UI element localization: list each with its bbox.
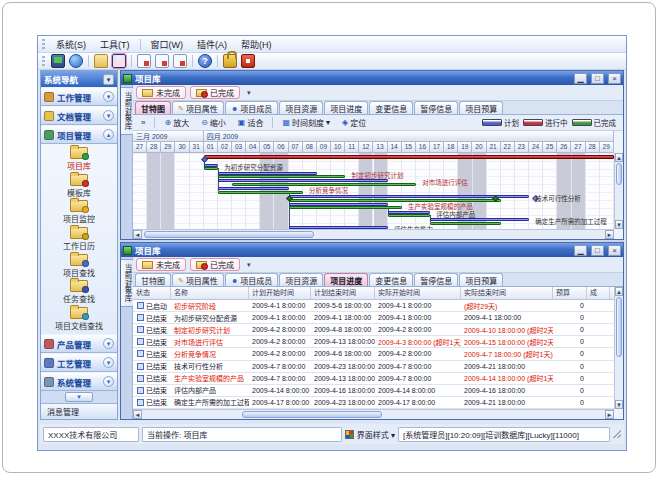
gantt-bar-actual[interactable] [218, 191, 303, 194]
day-header-cell[interactable]: 12 [359, 142, 373, 153]
gantt-bar-actual[interactable] [218, 175, 345, 178]
table-row[interactable]: 已启动初步研究阶段2009-4-1 8:00:002009-5-6 18:00:… [133, 300, 614, 312]
filter-complete[interactable]: 已完成 [190, 258, 240, 271]
table-horizontal-scrollbar[interactable]: ◄ ► [133, 409, 614, 419]
gantt-bar-plan[interactable] [218, 187, 289, 190]
chevron-down-icon[interactable]: ▾ [103, 338, 114, 349]
maximize-button[interactable]: □ [591, 245, 604, 256]
nav-process-management[interactable]: 工艺管理▾ [41, 353, 117, 372]
menu-system[interactable]: 系统(S) [49, 37, 93, 52]
chevron-down-icon[interactable]: ▾ [103, 91, 114, 102]
report-view-icon[interactable] [155, 54, 169, 68]
scroll-thumb[interactable] [144, 231, 314, 238]
tab-project-progress[interactable]: 项目进度 [324, 273, 368, 286]
day-header-cell[interactable]: 14 [388, 142, 402, 153]
tab-pause-info[interactable]: 暂停信息 [414, 101, 458, 114]
day-header-cell[interactable]: 28 [586, 142, 600, 153]
sidebar-collapse-button[interactable]: ▾ [103, 74, 114, 85]
day-header-cell[interactable]: 16 [416, 142, 430, 153]
scroll-thumb[interactable] [242, 411, 382, 418]
gantt-bar-plan[interactable] [218, 172, 317, 175]
sidebar-overflow-button[interactable]: ▾ [65, 392, 93, 402]
day-header-cell[interactable]: 02 [218, 142, 232, 153]
day-header-cell[interactable]: 20 [472, 142, 486, 153]
day-header-cell[interactable]: 24 [529, 142, 543, 153]
day-header-cell[interactable]: 27 [571, 142, 585, 153]
filter-complete[interactable]: 已完成 [190, 86, 240, 99]
tab-gantt-chart[interactable]: 甘特图 [135, 273, 171, 286]
close-button[interactable]: × [608, 245, 621, 256]
tab-project-properties[interactable]: ✎项目属性 [172, 273, 224, 286]
column-header-5[interactable]: 实际结束时间 [461, 287, 553, 299]
message-management-tab[interactable]: 消息管理 [41, 403, 117, 419]
gantt-bar-plan[interactable] [289, 203, 388, 206]
nav-project-search[interactable]: 项目查找 [41, 252, 117, 279]
nav-work-management[interactable]: 工作管理▾ [41, 87, 117, 106]
gantt-bar-actual[interactable] [430, 222, 501, 225]
minimize-button[interactable]: ▁ [574, 245, 587, 256]
scroll-up-arrow[interactable]: ▲ [615, 153, 623, 162]
toolbar-overflow-button[interactable]: » [136, 116, 150, 129]
table-vertical-scrollbar[interactable]: ▲ ▼ [614, 287, 623, 409]
toolbar-grip[interactable] [42, 56, 45, 67]
day-header-cell[interactable]: 19 [458, 142, 472, 153]
gantt-bar-actual[interactable] [289, 206, 402, 209]
close-button[interactable]: × [608, 73, 621, 84]
scroll-left-arrow[interactable]: ◄ [133, 230, 142, 239]
open-folder-icon[interactable] [94, 54, 108, 68]
table-row[interactable]: 已结束评估内部产品2009-4-14 8:00:002009-4-16 18:0… [133, 385, 614, 397]
chevron-up-icon[interactable]: ▴ [103, 129, 114, 140]
table-row[interactable]: 已结束为初步研究分配资源2009-4-1 8:00:002009-4-1 18:… [133, 312, 614, 324]
day-header-cell[interactable]: 10 [331, 142, 345, 153]
nav-system-management[interactable]: 系统管理▾ [41, 372, 117, 391]
zoom-out-button[interactable]: ⊖缩小 [196, 116, 231, 129]
day-header-cell[interactable]: 27 [133, 142, 147, 153]
day-header-cell[interactable]: 04 [246, 142, 260, 153]
exit-icon[interactable] [241, 54, 255, 68]
filter-incomplete[interactable]: 未完成 [136, 258, 186, 271]
tab-project-members[interactable]: ☻项目成员 [225, 273, 278, 286]
scroll-right-arrow[interactable]: ► [605, 410, 614, 419]
nav-task-search[interactable]: 任务查找 [41, 279, 117, 306]
day-header-cell[interactable]: 22 [501, 142, 515, 153]
nav-product-management[interactable]: 产品管理▾ [41, 334, 117, 353]
scroll-up-arrow[interactable]: ▲ [615, 287, 623, 296]
minimize-button[interactable]: ▁ [574, 73, 587, 84]
filter-incomplete[interactable]: 未完成 [136, 86, 186, 99]
help-icon[interactable]: ? [198, 54, 212, 68]
tab-project-properties[interactable]: ✎项目属性 [172, 101, 224, 114]
tab-project-members[interactable]: ☻项目成员 [225, 101, 278, 114]
table-row[interactable]: 已结束制定初步研究计划2009-4-2 8:00:002009-4-8 18:0… [133, 324, 614, 336]
table-row[interactable]: 已结束分析竞争情况2009-4-2 8:00:002009-4-6 18:00:… [133, 348, 614, 360]
nav-project-library[interactable]: 项目库 [41, 146, 117, 173]
gantt-window-titlebar[interactable]: 项目库 ▁ □ × [121, 71, 623, 85]
report-edit-icon[interactable] [173, 54, 187, 68]
nav-project-monitor[interactable]: 项目监控 [41, 199, 117, 226]
day-header-cell[interactable]: 07 [289, 142, 303, 153]
gantt-bar-plan[interactable] [430, 218, 529, 221]
maximize-button[interactable]: □ [591, 73, 604, 84]
tab-project-budget[interactable]: 项目预算 [459, 273, 503, 286]
scroll-left-arrow[interactable]: ◄ [133, 410, 142, 419]
day-header-cell[interactable]: 15 [402, 142, 416, 153]
day-header-cell[interactable]: 31 [190, 142, 204, 153]
day-header-cell[interactable]: 05 [260, 142, 274, 153]
menu-tools[interactable]: 工具(T) [93, 37, 137, 52]
day-header-cell[interactable]: 17 [430, 142, 444, 153]
day-header-cell[interactable]: 11 [345, 142, 359, 153]
table-row[interactable]: 已结束对市场进行评估2009-4-2 8:00:002009-4-13 18:0… [133, 336, 614, 348]
locate-button[interactable]: ◈定位 [337, 116, 371, 129]
tab-change-info[interactable]: 变更信息 [369, 101, 413, 114]
day-header-cell[interactable]: 01 [204, 142, 218, 153]
menu-help[interactable]: 帮助(H) [234, 37, 279, 52]
day-header-cell[interactable]: 25 [543, 142, 557, 153]
gantt-bar-actual[interactable] [289, 199, 501, 202]
fit-button[interactable]: ▣适合 [233, 116, 269, 129]
column-header-0[interactable]: 状态 [133, 287, 171, 299]
gantt-bar-actual[interactable] [204, 167, 218, 170]
globe-icon[interactable] [69, 54, 83, 68]
day-header-cell[interactable]: 03 [232, 142, 246, 153]
gantt-vertical-scrollbar[interactable]: ▲ ▼ [614, 153, 623, 229]
nav-document-management[interactable]: 文档管理▾ [41, 106, 117, 125]
gantt-bar-actual[interactable] [232, 183, 416, 186]
